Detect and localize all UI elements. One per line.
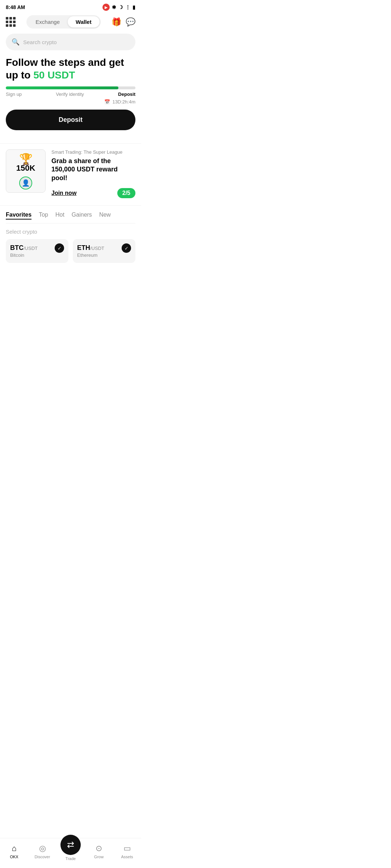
gift-icon[interactable]: 🎁: [112, 17, 121, 27]
content-spacer: [0, 263, 141, 299]
btc-symbol: BTC: [10, 244, 24, 251]
search-icon: 🔍: [12, 38, 20, 46]
fav-tab-gainers[interactable]: Gainers: [72, 212, 92, 220]
eth-check-icon: ✓: [122, 243, 131, 253]
eth-symbol: ETH: [77, 244, 90, 251]
btc-name: Bitcoin: [10, 252, 64, 258]
divider-1: [0, 143, 141, 144]
header-actions: 🎁 💬: [112, 17, 135, 27]
card-image: 🏆 150K 👤: [6, 149, 46, 193]
record-icon: ▶: [102, 4, 110, 11]
progress-label-deposit: Deposit: [118, 92, 135, 97]
progress-track: [6, 86, 135, 89]
moon-icon: ☽: [118, 4, 123, 10]
card-subtitle: Smart Trading: The Super League: [51, 149, 135, 155]
promo-title-highlight: 50 USDT: [33, 69, 75, 81]
timer-row: 📅 13D:2h:4m: [6, 99, 135, 105]
progress-labels: Sign up Verify identity Deposit: [6, 92, 135, 97]
progress-container: Sign up Verify identity Deposit: [6, 86, 135, 97]
card-content: Smart Trading: The Super League Grab a s…: [51, 149, 135, 198]
promo-card: 🏆 150K 👤 Smart Trading: The Super League…: [0, 149, 141, 205]
divider-2: [0, 205, 141, 206]
crypto-card-eth[interactable]: ETH/USDT Ethereum ✓: [73, 239, 135, 263]
wifi-icon: ⋮: [125, 4, 130, 10]
progress-fill: [6, 86, 118, 89]
search-bar[interactable]: 🔍 Search crypto: [6, 34, 135, 50]
eth-name: Ethereum: [77, 252, 131, 258]
status-bar: 8:48 AM ▶ ✱ ☽ ⋮ ▮: [0, 0, 141, 13]
progress-label-verify: Verify identity: [56, 92, 84, 97]
header-nav: Exchange Wallet 🎁 💬: [0, 13, 141, 32]
tab-exchange[interactable]: Exchange: [28, 16, 68, 27]
crypto-cards: BTC/USDT Bitcoin ✓ ETH/USDT Ethereum ✓: [6, 239, 135, 263]
fav-tab-hot[interactable]: Hot: [55, 212, 64, 220]
card-footer: Join now 2/5: [51, 188, 135, 198]
grid-menu-icon[interactable]: [6, 17, 16, 27]
eth-pair: /USDT: [90, 246, 104, 251]
fav-tab-favorites[interactable]: Favorites: [6, 212, 31, 220]
fav-tab-new[interactable]: New: [99, 212, 111, 220]
status-time: 8:48 AM: [6, 4, 25, 10]
select-crypto-label: Select crypto: [6, 229, 135, 235]
nav-tabs: Exchange Wallet: [26, 15, 100, 29]
card-avatar: 👤: [19, 176, 32, 190]
search-placeholder: Search crypto: [23, 39, 57, 45]
fav-tab-top[interactable]: Top: [39, 212, 48, 220]
btc-pair: /USDT: [24, 246, 38, 251]
promo-title: Follow the steps and get up to 50 USDT: [6, 56, 135, 81]
join-now-link[interactable]: Join now: [51, 190, 76, 196]
chat-icon[interactable]: 💬: [126, 17, 135, 27]
progress-label-signup: Sign up: [6, 92, 22, 97]
timer-value: 13D:2h:4m: [112, 99, 135, 105]
bt-icon: ✱: [112, 4, 116, 10]
promo-section: Follow the steps and get up to 50 USDT S…: [0, 56, 141, 143]
crypto-card-btc[interactable]: BTC/USDT Bitcoin ✓: [6, 239, 68, 263]
fav-tabs: Favorites Top Hot Gainers New: [6, 212, 135, 224]
btc-check-icon: ✓: [55, 243, 64, 253]
card-amount: 150K: [16, 163, 35, 173]
fav-section: Favorites Top Hot Gainers New Select cry…: [0, 212, 141, 263]
deposit-button[interactable]: Deposit: [6, 110, 135, 130]
timer-icon: 📅: [104, 99, 110, 105]
status-icons: ▶ ✱ ☽ ⋮ ▮: [102, 4, 135, 11]
slide-badge: 2/5: [117, 188, 135, 198]
card-title: Grab a share of the 150,000 USDT reward …: [51, 157, 135, 182]
tab-wallet[interactable]: Wallet: [68, 16, 100, 27]
battery-icon: ▮: [133, 4, 135, 10]
